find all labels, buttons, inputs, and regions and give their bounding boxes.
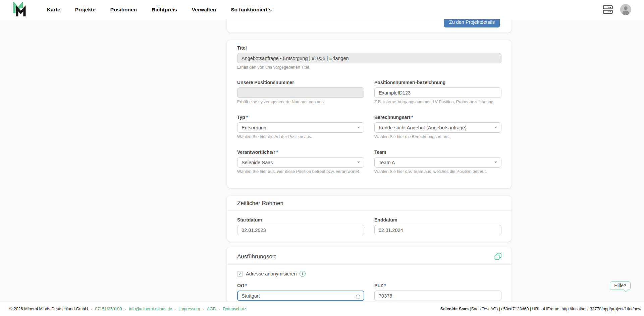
plz-label: PLZ*: [374, 283, 501, 289]
enddatum-label: Enddatum: [374, 217, 501, 223]
position-form-card: Titel Erhält den von uns vorgegebenen Ti…: [227, 40, 512, 188]
field-verantwortlicher: Verantwortliche/r* Selenide Saas Wählen …: [237, 149, 364, 174]
footer-session-info: (Saas Test AG) | c50cd7123d60 | URL of i…: [469, 307, 641, 311]
positionsnummer-input[interactable]: [374, 87, 501, 98]
required-asterisk: *: [411, 115, 413, 120]
main-nav: Karte Projekte Positionen Richtpreis Ver…: [47, 0, 272, 19]
footer-separator: ·: [175, 307, 176, 311]
typ-helper: Wählen Sie hier die Art der Position aus…: [237, 134, 364, 139]
berechnungsart-select[interactable]: Kunde sucht Angebot (Angebotsanfrage): [374, 122, 501, 133]
copy-icon[interactable]: [494, 252, 502, 260]
startdatum-input[interactable]: [237, 225, 364, 235]
user-avatar[interactable]: [620, 4, 631, 15]
server-stack-icon[interactable]: [603, 5, 613, 14]
zeitraum-card: Zeitlicher Rahmen Startdatum Enddatum: [227, 196, 512, 242]
field-enddatum: Enddatum: [374, 217, 501, 235]
verantwortlicher-select[interactable]: Selenide Saas: [237, 157, 364, 168]
titel-helper: Erhält den von uns vorgegebenen Titel.: [237, 65, 501, 70]
team-helper: Wählen Sie hier das Team aus, welches di…: [374, 169, 501, 174]
unsere-positionsnummer-input: [237, 87, 364, 98]
nav-item-karte[interactable]: Karte: [47, 7, 60, 13]
required-asterisk: *: [276, 149, 278, 155]
team-select-value: Team A: [379, 160, 395, 165]
chevron-down-icon: [494, 162, 497, 163]
field-berechnungsart: Berechnungsart* Kunde sucht Angebot (Ang…: [374, 115, 501, 139]
nav-item-projekte[interactable]: Projekte: [75, 7, 96, 13]
top-navbar: Karte Projekte Positionen Richtpreis Ver…: [0, 0, 644, 19]
footer-copyright: © 2026 Mineral Minds Deutschland GmbH: [9, 307, 88, 311]
chevron-down-icon: [357, 162, 360, 163]
field-unsere-positionsnummer: Unsere Positionsnummer Erhält eine syste…: [237, 80, 364, 105]
footer-separator: ·: [203, 307, 204, 311]
ort-label: Ort*: [237, 283, 364, 289]
typ-select[interactable]: Entsorgung: [237, 122, 364, 133]
footer-link-phone[interactable]: 07151/250100: [95, 307, 122, 311]
unsere-positionsnummer-label: Unsere Positionsnummer: [237, 80, 364, 85]
plz-input[interactable]: [374, 291, 501, 301]
verantwortlicher-select-value: Selenide Saas: [241, 160, 273, 165]
positionsnummer-label: Positionsnummer/-bezeichnung: [374, 80, 501, 85]
nav-item-positionen[interactable]: Positionen: [110, 7, 137, 13]
footer-user-name: Selenide Saas: [440, 307, 469, 311]
berechnungsart-helper: Wählen Sie hier die Berechnungsart aus.: [374, 134, 501, 139]
footer-left: © 2026 Mineral Minds Deutschland GmbH · …: [9, 307, 246, 311]
footer-separator: ·: [219, 307, 220, 311]
team-select[interactable]: Team A: [374, 157, 501, 168]
page: { "navbar": { "items": ["Karte", "Projek…: [0, 0, 644, 316]
nav-item-richtpreis[interactable]: Richtpreis: [152, 7, 177, 13]
titel-input: [237, 53, 501, 63]
footer-right: Selenide Saas (Saas Test AG) | c50cd7123…: [440, 307, 641, 311]
verantwortlicher-label: Verantwortliche/r*: [237, 149, 364, 155]
required-asterisk: *: [246, 115, 248, 120]
enddatum-input[interactable]: [374, 225, 501, 235]
check-icon: ✓: [238, 272, 241, 276]
field-ort: Ort*: [237, 283, 364, 301]
nav-item-so-funktionierts[interactable]: So funktioniert's: [231, 7, 272, 13]
typ-select-value: Entsorgung: [241, 125, 266, 130]
ort-input[interactable]: [237, 291, 364, 301]
person-icon: [620, 4, 631, 15]
chevron-down-icon: [494, 127, 497, 128]
team-label: Team: [374, 149, 501, 155]
field-positionsnummer: Positionsnummer/-bezeichnung Z.B. Intern…: [374, 80, 501, 105]
field-startdatum: Startdatum: [237, 217, 364, 235]
form-content: Zu den Projektdetails Titel Erhält den v…: [227, 0, 512, 316]
footer-link-email[interactable]: info@mineral-minds.de: [129, 307, 172, 311]
field-team: Team Team A Wählen Sie hier das Team aus…: [374, 149, 501, 174]
required-asterisk: *: [245, 283, 247, 288]
berechnungsart-label: Berechnungsart*: [374, 115, 501, 120]
anonymize-checkbox[interactable]: ✓: [237, 271, 243, 277]
positionsnummer-helper: Z.B. Interne-Vorgangsnummer, LV-Position…: [374, 100, 501, 105]
footer-link-agb[interactable]: AGB: [207, 307, 216, 311]
ausfuehrungsort-heading: Ausführungsort: [227, 247, 512, 265]
anonymize-label: Adresse anonymisieren: [246, 271, 297, 276]
titel-label: Titel: [237, 45, 501, 51]
required-asterisk: *: [384, 283, 386, 288]
startdatum-label: Startdatum: [237, 217, 364, 223]
unsere-positionsnummer-helper: Erhält eine systemgenerierte Nummer von …: [237, 100, 364, 105]
loading-spinner-icon: [356, 295, 360, 299]
help-button[interactable]: Hilfe?: [610, 281, 631, 290]
field-plz: PLZ*: [374, 283, 501, 301]
anonymize-row: ✓ Adresse anonymisieren i: [237, 270, 501, 277]
mineral-minds-logo-icon[interactable]: [13, 2, 28, 17]
nav-item-verwalten[interactable]: Verwalten: [192, 7, 216, 13]
field-typ: Typ* Entsorgung Wählen Sie hier die Art …: [237, 115, 364, 139]
footer-separator: ·: [91, 307, 92, 311]
field-titel: Titel Erhält den von uns vorgegebenen Ti…: [237, 45, 501, 70]
zeitraum-heading: Zeitlicher Rahmen: [227, 196, 512, 211]
chevron-down-icon: [357, 127, 360, 128]
footer-separator: ·: [125, 307, 126, 311]
footer-link-impressum[interactable]: Impressum: [179, 307, 200, 311]
verantwortlicher-helper: Wählen Sie hier aus, wer diese Position …: [237, 169, 364, 174]
header-actions: [603, 0, 631, 19]
footer: © 2026 Mineral Minds Deutschland GmbH · …: [0, 302, 644, 316]
speech-bubble-tail: [624, 288, 628, 292]
help-label: Hilfe?: [614, 283, 626, 288]
berechnungsart-select-value: Kunde sucht Angebot (Angebotsanfrage): [379, 125, 467, 130]
typ-label: Typ*: [237, 115, 364, 120]
info-icon[interactable]: i: [300, 271, 306, 277]
footer-link-datenschutz[interactable]: Datenschutz: [223, 307, 246, 311]
